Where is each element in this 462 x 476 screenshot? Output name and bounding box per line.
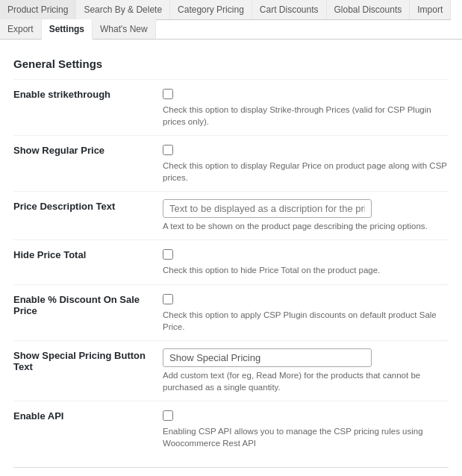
nav-tab-import[interactable]: Import: [410, 0, 451, 20]
settings-row-enable-api: Enable APIEnabling CSP API allows you to…: [13, 401, 449, 457]
settings-row-show-special-pricing-button: Show Special Pricing Button TextAdd cust…: [13, 340, 449, 401]
general-settings-title: General Settings: [13, 57, 449, 70]
general-settings-section: Enable strikethroughCheck this option to…: [13, 79, 449, 457]
input-price-description-text[interactable]: [163, 199, 372, 218]
settings-control-price-description-text: A text to be shown on the product page d…: [163, 199, 449, 232]
settings-label-enable-api: Enable API: [13, 409, 163, 422]
settings-label-price-description-text: Price Description Text: [13, 199, 163, 212]
nav-tab-whats-new[interactable]: What's New: [93, 19, 156, 40]
nav-tab-settings[interactable]: Settings: [42, 19, 93, 40]
settings-control-enable-strikethrough: Check this option to display Strike-thro…: [163, 87, 449, 128]
nav-tab-global-discounts[interactable]: Global Discounts: [327, 0, 411, 20]
nav-tab-search-by--delete[interactable]: Search By & Delete: [76, 0, 170, 20]
settings-desc-show-regular-price: Check this option to display Regular Pri…: [163, 160, 449, 184]
nav-tabs: Product PricingSearch By & DeleteCategor…: [0, 0, 462, 40]
settings-page: General Settings Enable strikethroughChe…: [0, 40, 462, 476]
settings-desc-price-description-text: A text to be shown on the product page d…: [163, 220, 449, 232]
settings-control-enable-api: Enabling CSP API allows you to manage th…: [163, 409, 449, 449]
nav-tab-category-pricing[interactable]: Category Pricing: [170, 0, 252, 20]
settings-row-enable-strikethrough: Enable strikethroughCheck this option to…: [13, 79, 449, 135]
checkbox-enable-api[interactable]: [163, 410, 173, 421]
settings-desc-show-special-pricing-button: Add custom text (for eg, Read More) for …: [163, 369, 449, 393]
settings-row-enable-discount-on-sale: Enable % Discount On Sale PriceCheck thi…: [13, 284, 449, 340]
input-show-special-pricing-button[interactable]: [163, 348, 372, 367]
settings-desc-hide-price-total: Check this option to hide Price Total on…: [163, 264, 449, 276]
nav-tab-product-pricing[interactable]: Product Pricing: [0, 0, 76, 20]
settings-label-show-special-pricing-button: Show Special Pricing Button Text: [13, 348, 163, 372]
section-divider-1: [13, 467, 449, 468]
settings-label-enable-strikethrough: Enable strikethrough: [13, 87, 163, 100]
settings-control-show-regular-price: Check this option to display Regular Pri…: [163, 143, 449, 184]
settings-label-hide-price-total: Hide Price Total: [13, 248, 163, 260]
checkbox-enable-strikethrough[interactable]: [163, 89, 173, 99]
settings-desc-enable-strikethrough: Check this option to display Strike-thro…: [163, 104, 449, 128]
nav-tab-cart-discounts[interactable]: Cart Discounts: [252, 0, 327, 20]
settings-desc-enable-api: Enabling CSP API allows you to manage th…: [163, 425, 449, 449]
settings-row-show-regular-price: Show Regular PriceCheck this option to d…: [13, 135, 449, 191]
settings-control-show-special-pricing-button: Add custom text (for eg, Read More) for …: [163, 348, 449, 393]
settings-row-price-description-text: Price Description TextA text to be shown…: [13, 191, 449, 239]
nav-tab-export[interactable]: Export: [0, 19, 42, 40]
checkbox-enable-discount-on-sale[interactable]: [163, 294, 173, 304]
settings-row-hide-price-total: Hide Price TotalCheck this option to hid…: [13, 239, 449, 284]
settings-desc-enable-discount-on-sale: Check this option to apply CSP Plugin di…: [163, 309, 449, 333]
settings-control-enable-discount-on-sale: Check this option to apply CSP Plugin di…: [163, 292, 449, 333]
checkbox-hide-price-total[interactable]: [163, 249, 173, 260]
settings-label-show-regular-price: Show Regular Price: [13, 143, 163, 156]
settings-control-hide-price-total: Check this option to hide Price Total on…: [163, 248, 449, 276]
settings-label-enable-discount-on-sale: Enable % Discount On Sale Price: [13, 292, 163, 316]
checkbox-show-regular-price[interactable]: [163, 145, 173, 155]
